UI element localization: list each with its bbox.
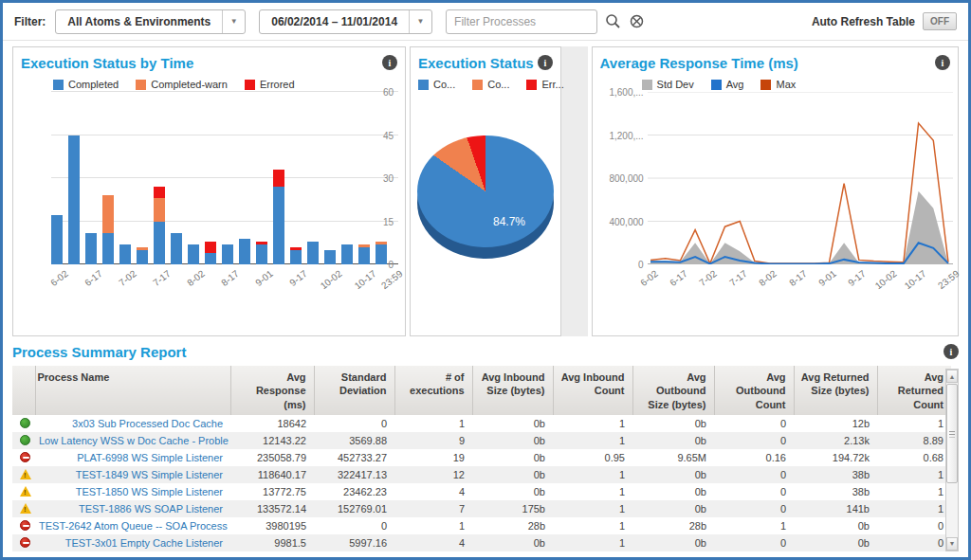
legend-label: Max [776, 79, 796, 90]
process-name-link[interactable]: Low Latency WSS w Doc Cache - Proble [39, 435, 229, 446]
process-name-link[interactable]: 3x03 Sub Processed Doc Cache [72, 418, 223, 429]
process-name-cell: PLAT-6998 WS Simple Listener [35, 449, 230, 466]
value-cell: 13772.75 [230, 483, 314, 500]
table-scrollbar[interactable]: ▲ ▼ [945, 369, 959, 551]
status-column-header [12, 366, 35, 415]
value-cell: 4 [394, 483, 472, 500]
info-icon[interactable]: i [944, 344, 959, 359]
value-cell: 0b [632, 483, 714, 500]
legend-swatch [245, 80, 255, 90]
value-cell: 1 [394, 415, 472, 432]
legend-item: Completed-warn [136, 79, 228, 90]
error-icon [20, 537, 30, 548]
auto-refresh-toggle[interactable]: OFF [923, 12, 957, 30]
process-name-link[interactable]: PLAT-6998 WS Simple Listener [77, 452, 223, 463]
value-cell: 1 [553, 466, 632, 483]
x-axis-label: 9-17 [287, 268, 309, 288]
value-cell: 0 [877, 517, 951, 534]
bar [119, 244, 131, 264]
column-header[interactable]: Avg Outbound Count [714, 366, 794, 415]
column-header[interactable]: Avg Inbound Count [553, 366, 632, 415]
pie-chart-legend: Co...Co...Err... [418, 79, 553, 90]
date-range-dropdown[interactable]: 06/02/2014 – 11/01/2014 ▼ [259, 9, 432, 34]
table-row: PLAT-6998 WS Simple Listener235058.79452… [12, 449, 951, 466]
column-header[interactable]: Standard Deviation [314, 366, 394, 415]
info-icon[interactable]: i [538, 55, 553, 70]
value-cell: 0 [714, 500, 794, 517]
value-cell: 0 [714, 483, 794, 500]
column-header[interactable]: Avg Returned Count [877, 366, 951, 415]
x-axis-label: 6-02 [48, 268, 70, 288]
clear-filter-icon[interactable] [629, 13, 645, 29]
auto-refresh-label: Auto Refresh Table [812, 15, 915, 28]
bar [85, 233, 97, 264]
process-filter-input[interactable] [446, 9, 597, 34]
value-cell: 23462.23 [314, 483, 394, 500]
status-cell [12, 534, 35, 551]
value-cell: 0.68 [877, 449, 951, 466]
value-cell: 194.72k [794, 449, 877, 466]
column-header[interactable]: Avg Response (ms) [230, 366, 314, 415]
legend-swatch [53, 80, 64, 90]
legend-item: Max [760, 79, 796, 90]
scroll-up-arrow[interactable]: ▲ [946, 370, 958, 383]
scroll-down-arrow[interactable]: ▼ [946, 537, 958, 551]
legend-item: Errored [245, 79, 295, 90]
x-axis-label: 9-01 [253, 268, 275, 288]
error-icon [20, 520, 30, 531]
panel-title: Average Response Time (ms) [600, 55, 798, 71]
x-axis-label: 9-01 [816, 268, 838, 288]
x-axis-label: 8-02 [757, 268, 779, 288]
value-cell: 1 [877, 500, 951, 517]
success-icon [20, 418, 30, 428]
column-header[interactable]: Avg Inbound Size (bytes) [472, 366, 553, 415]
process-name-link[interactable]: TEST-1849 WS Simple Listener [76, 469, 223, 480]
y-axis-label: 0 [600, 260, 644, 270]
value-cell: 1 [394, 517, 472, 534]
value-cell: 452733.27 [314, 449, 394, 466]
bar-segment-completed [290, 250, 302, 264]
value-cell: 0b [472, 432, 553, 449]
warning-icon [20, 469, 31, 479]
search-icon[interactable] [605, 13, 621, 29]
info-icon[interactable]: i [382, 55, 397, 70]
value-cell: 0b [472, 449, 553, 466]
column-header[interactable]: Process Name [35, 366, 230, 415]
value-cell: 8.89 [877, 432, 951, 449]
bar-segment-errored [154, 187, 165, 198]
process-name-link[interactable]: TEST-3x01 Empty Cache Listener [65, 537, 223, 549]
success-icon [20, 435, 30, 445]
value-cell: 12 [394, 466, 472, 483]
process-name-link[interactable]: TEST-2642 Atom Queue -- SOA Process [39, 520, 228, 532]
bar-segment-completed [119, 244, 131, 264]
process-name-link[interactable]: TEST-1850 WS Simple Listener [76, 486, 223, 497]
process-name-link[interactable]: TEST-1886 WS SOAP Listener [79, 503, 223, 515]
process-name-cell: TEST-1849 WS Simple Listener [35, 466, 230, 483]
process-name-cell: TEST-3x01 Empty Cache Listener [35, 534, 230, 551]
bar [273, 170, 284, 264]
date-range-value: 06/02/2014 – 11/01/2014 [260, 10, 409, 33]
status-cell [12, 483, 35, 500]
value-cell: 0.16 [714, 449, 794, 466]
value-cell: 0 [714, 415, 794, 432]
column-header[interactable]: Avg Outbound Size (bytes) [632, 366, 714, 415]
value-cell: 1 [553, 415, 632, 432]
status-cell [12, 415, 35, 432]
value-cell: 0b [632, 432, 714, 449]
x-axis-label: 8-17 [787, 268, 809, 288]
info-icon[interactable]: i [935, 55, 950, 70]
value-cell: 28b [472, 517, 553, 534]
bar [154, 187, 165, 264]
charts-row: Execution Status by Time i CompletedComp… [12, 46, 959, 336]
atoms-environments-dropdown[interactable]: All Atoms & Environments ▼ [55, 9, 246, 34]
pie-chart: 84.7% [418, 92, 553, 281]
legend-swatch [472, 80, 483, 90]
table-header-row: Process NameAvg Response (ms)Standard De… [12, 366, 951, 415]
scrollbar-thumb[interactable] [946, 384, 958, 483]
bar [324, 250, 336, 264]
column-header[interactable]: Avg Returned Size (bytes) [794, 366, 877, 415]
bar [222, 244, 233, 264]
legend-item: Co... [472, 79, 509, 90]
column-header[interactable]: # of executions [394, 366, 472, 415]
process-name-cell: 3x03 Sub Processed Doc Cache [35, 415, 230, 432]
